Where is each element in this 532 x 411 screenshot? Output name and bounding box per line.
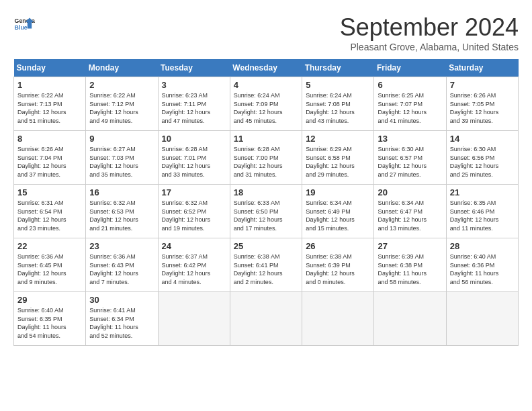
- calendar-cell: 11Sunrise: 6:28 AM Sunset: 7:00 PM Dayli…: [230, 131, 302, 185]
- calendar-cell: 28Sunrise: 6:40 AM Sunset: 6:36 PM Dayli…: [446, 238, 518, 292]
- day-info: Sunrise: 6:38 AM Sunset: 6:39 PM Dayligh…: [306, 253, 370, 286]
- calendar-cell: 17Sunrise: 6:32 AM Sunset: 6:52 PM Dayli…: [158, 185, 230, 238]
- day-number: 6: [378, 80, 442, 90]
- location: Pleasant Grove, Alabama, United States: [340, 42, 519, 52]
- day-number: 2: [89, 80, 154, 90]
- day-info: Sunrise: 6:36 AM Sunset: 6:45 PM Dayligh…: [17, 253, 82, 286]
- day-number: 15: [17, 187, 82, 197]
- day-number: 24: [162, 241, 226, 251]
- day-info: Sunrise: 6:35 AM Sunset: 6:46 PM Dayligh…: [450, 199, 515, 232]
- day-info: Sunrise: 6:34 AM Sunset: 6:49 PM Dayligh…: [306, 199, 370, 232]
- day-number: 9: [89, 134, 154, 144]
- calendar-cell: 18Sunrise: 6:33 AM Sunset: 6:50 PM Dayli…: [230, 185, 302, 238]
- calendar-cell: 24Sunrise: 6:37 AM Sunset: 6:42 PM Dayli…: [158, 238, 230, 292]
- calendar-cell: 19Sunrise: 6:34 AM Sunset: 6:49 PM Dayli…: [302, 185, 374, 238]
- calendar-cell: 10Sunrise: 6:28 AM Sunset: 7:01 PM Dayli…: [158, 131, 230, 185]
- calendar-cell: 22Sunrise: 6:36 AM Sunset: 6:45 PM Dayli…: [14, 238, 86, 292]
- calendar-body: 1Sunrise: 6:22 AM Sunset: 7:13 PM Daylig…: [14, 77, 519, 346]
- day-number: 13: [378, 134, 442, 144]
- month-title: September 2024: [340, 13, 519, 42]
- day-number: 19: [306, 187, 370, 197]
- day-info: Sunrise: 6:38 AM Sunset: 6:41 PM Dayligh…: [234, 253, 298, 286]
- day-info: Sunrise: 6:27 AM Sunset: 7:03 PM Dayligh…: [89, 145, 154, 179]
- day-info: Sunrise: 6:28 AM Sunset: 7:01 PM Dayligh…: [162, 145, 226, 179]
- day-info: Sunrise: 6:24 AM Sunset: 7:08 PM Dayligh…: [306, 91, 370, 125]
- weekday-header-tuesday: Tuesday: [158, 59, 230, 77]
- day-number: 27: [378, 241, 442, 251]
- week-row-4: 22Sunrise: 6:36 AM Sunset: 6:45 PM Dayli…: [14, 238, 519, 292]
- day-number: 1: [17, 80, 82, 90]
- day-info: Sunrise: 6:30 AM Sunset: 6:57 PM Dayligh…: [378, 145, 442, 179]
- day-number: 23: [89, 241, 154, 251]
- calendar-cell: 27Sunrise: 6:39 AM Sunset: 6:38 PM Dayli…: [374, 238, 446, 292]
- day-info: Sunrise: 6:23 AM Sunset: 7:11 PM Dayligh…: [162, 91, 226, 125]
- day-number: 16: [89, 187, 154, 197]
- day-number: 28: [450, 241, 515, 251]
- calendar-cell: 25Sunrise: 6:38 AM Sunset: 6:41 PM Dayli…: [230, 238, 302, 292]
- day-number: 10: [162, 134, 226, 144]
- day-number: 26: [306, 241, 370, 251]
- calendar-cell: [230, 292, 302, 346]
- day-info: Sunrise: 6:40 AM Sunset: 6:36 PM Dayligh…: [450, 253, 515, 286]
- day-info: Sunrise: 6:22 AM Sunset: 7:12 PM Dayligh…: [89, 91, 154, 125]
- day-info: Sunrise: 6:33 AM Sunset: 6:50 PM Dayligh…: [234, 199, 298, 232]
- day-info: Sunrise: 6:26 AM Sunset: 7:04 PM Dayligh…: [17, 145, 82, 179]
- calendar-cell: 5Sunrise: 6:24 AM Sunset: 7:08 PM Daylig…: [302, 77, 374, 131]
- day-info: Sunrise: 6:36 AM Sunset: 6:43 PM Dayligh…: [89, 253, 154, 286]
- day-info: Sunrise: 6:34 AM Sunset: 6:47 PM Dayligh…: [378, 199, 442, 232]
- calendar-cell: [158, 292, 230, 346]
- day-info: Sunrise: 6:31 AM Sunset: 6:54 PM Dayligh…: [17, 199, 82, 232]
- day-info: Sunrise: 6:26 AM Sunset: 7:05 PM Dayligh…: [450, 91, 515, 125]
- week-row-2: 8Sunrise: 6:26 AM Sunset: 7:04 PM Daylig…: [14, 131, 519, 185]
- calendar-table: SundayMondayTuesdayWednesdayThursdayFrid…: [13, 59, 519, 346]
- week-row-5: 29Sunrise: 6:40 AM Sunset: 6:35 PM Dayli…: [14, 292, 519, 346]
- day-number: 3: [162, 80, 226, 90]
- day-number: 5: [306, 80, 370, 90]
- calendar-cell: [302, 292, 374, 346]
- day-number: 7: [450, 80, 515, 90]
- day-info: Sunrise: 6:22 AM Sunset: 7:13 PM Dayligh…: [17, 91, 82, 125]
- day-info: Sunrise: 6:32 AM Sunset: 6:52 PM Dayligh…: [162, 199, 226, 232]
- calendar-cell: 7Sunrise: 6:26 AM Sunset: 7:05 PM Daylig…: [446, 77, 518, 131]
- day-info: Sunrise: 6:32 AM Sunset: 6:53 PM Dayligh…: [89, 199, 154, 232]
- weekday-header-saturday: Saturday: [446, 59, 518, 77]
- calendar-cell: 14Sunrise: 6:30 AM Sunset: 6:56 PM Dayli…: [446, 131, 518, 185]
- calendar-cell: 26Sunrise: 6:38 AM Sunset: 6:39 PM Dayli…: [302, 238, 374, 292]
- day-info: Sunrise: 6:24 AM Sunset: 7:09 PM Dayligh…: [234, 91, 298, 125]
- title-block: September 2024 Pleasant Grove, Alabama, …: [340, 13, 519, 52]
- day-number: 29: [17, 295, 82, 305]
- day-number: 17: [162, 187, 226, 197]
- calendar-cell: 15Sunrise: 6:31 AM Sunset: 6:54 PM Dayli…: [14, 185, 86, 238]
- day-number: 30: [89, 295, 154, 305]
- day-number: 11: [234, 134, 298, 144]
- day-number: 22: [17, 241, 82, 251]
- calendar-cell: 3Sunrise: 6:23 AM Sunset: 7:11 PM Daylig…: [158, 77, 230, 131]
- day-info: Sunrise: 6:41 AM Sunset: 6:34 PM Dayligh…: [89, 306, 154, 340]
- logo: General Blue: [13, 13, 35, 35]
- calendar-cell: 9Sunrise: 6:27 AM Sunset: 7:03 PM Daylig…: [86, 131, 158, 185]
- day-info: Sunrise: 6:39 AM Sunset: 6:38 PM Dayligh…: [378, 253, 442, 286]
- day-number: 12: [306, 134, 370, 144]
- day-info: Sunrise: 6:30 AM Sunset: 6:56 PM Dayligh…: [450, 145, 515, 179]
- calendar-cell: 12Sunrise: 6:29 AM Sunset: 6:58 PM Dayli…: [302, 131, 374, 185]
- calendar-cell: 1Sunrise: 6:22 AM Sunset: 7:13 PM Daylig…: [14, 77, 86, 131]
- day-info: Sunrise: 6:25 AM Sunset: 7:07 PM Dayligh…: [378, 91, 442, 125]
- day-number: 18: [234, 187, 298, 197]
- day-info: Sunrise: 6:28 AM Sunset: 7:00 PM Dayligh…: [234, 145, 298, 179]
- page-header: General Blue September 2024 Pleasant Gro…: [13, 13, 519, 52]
- calendar-cell: 20Sunrise: 6:34 AM Sunset: 6:47 PM Dayli…: [374, 185, 446, 238]
- day-info: Sunrise: 6:29 AM Sunset: 6:58 PM Dayligh…: [306, 145, 370, 179]
- calendar-cell: 8Sunrise: 6:26 AM Sunset: 7:04 PM Daylig…: [14, 131, 86, 185]
- week-row-1: 1Sunrise: 6:22 AM Sunset: 7:13 PM Daylig…: [14, 77, 519, 131]
- calendar-cell: 23Sunrise: 6:36 AM Sunset: 6:43 PM Dayli…: [86, 238, 158, 292]
- logo-icon: General Blue: [13, 13, 35, 35]
- day-number: 20: [378, 187, 442, 197]
- calendar-cell: 30Sunrise: 6:41 AM Sunset: 6:34 PM Dayli…: [86, 292, 158, 346]
- calendar-cell: 16Sunrise: 6:32 AM Sunset: 6:53 PM Dayli…: [86, 185, 158, 238]
- week-row-3: 15Sunrise: 6:31 AM Sunset: 6:54 PM Dayli…: [14, 185, 519, 238]
- weekday-header-thursday: Thursday: [302, 59, 374, 77]
- day-info: Sunrise: 6:37 AM Sunset: 6:42 PM Dayligh…: [162, 253, 226, 286]
- weekday-header-row: SundayMondayTuesdayWednesdayThursdayFrid…: [14, 59, 519, 77]
- day-number: 25: [234, 241, 298, 251]
- day-number: 21: [450, 187, 515, 197]
